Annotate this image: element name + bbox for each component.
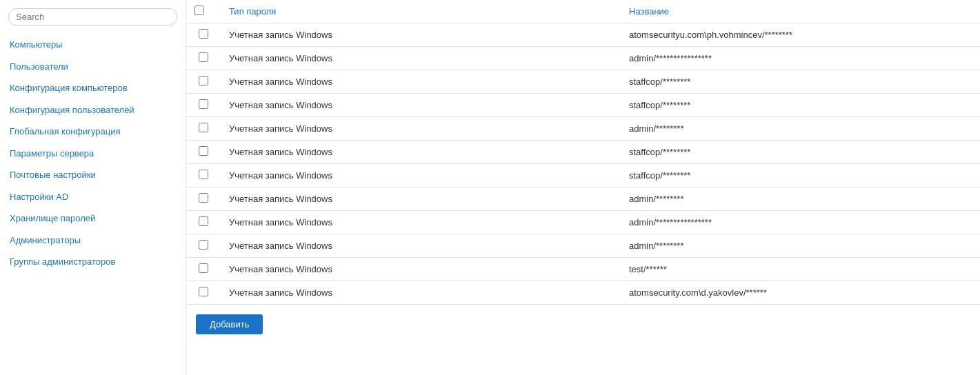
header-name: Название (621, 0, 980, 23)
table-row: Учетная запись Windowsstaffcop/******** (186, 164, 980, 188)
row-checkbox-9[interactable] (199, 240, 208, 250)
search-box (8, 8, 177, 26)
row-checkbox-cell (186, 70, 221, 94)
sidebar-item-server-params[interactable]: Параметры сервера (0, 143, 186, 165)
row-checkbox-10[interactable] (199, 263, 208, 273)
row-checkbox-cell (186, 211, 221, 234)
row-checkbox-6[interactable] (199, 170, 208, 179)
row-type: Учетная запись Windows (221, 188, 621, 211)
row-checkbox-cell (186, 281, 221, 305)
row-checkbox-cell (186, 117, 221, 141)
row-checkbox-cell (186, 188, 221, 211)
row-name: admin/******** (621, 188, 980, 211)
sidebar-item-ad-settings[interactable]: Настройки AD (0, 186, 186, 208)
row-checkbox-cell (186, 141, 221, 164)
row-checkbox-8[interactable] (199, 216, 208, 226)
header-type: Тип пароля (221, 0, 621, 23)
table-row: Учетная запись Windowstest/****** (186, 258, 980, 281)
sidebar-item-admins[interactable]: Администраторы (0, 230, 186, 252)
row-type: Учетная запись Windows (221, 281, 621, 305)
table-row: Учетная запись Windowsadmin/******** (186, 234, 980, 258)
row-name: admin/******** (621, 117, 980, 141)
sidebar-item-computer-config[interactable]: Конфигурация компьютеров (0, 77, 186, 99)
row-checkbox-cell (186, 258, 221, 281)
row-name: admin/******** (621, 234, 980, 258)
sidebar: КомпьютерыПользователиКонфигурация компь… (0, 0, 186, 375)
row-checkbox-cell (186, 94, 221, 117)
table-row: Учетная запись Windowsadmin/******** (186, 188, 980, 211)
header-checkbox-col (186, 0, 221, 23)
row-checkbox-4[interactable] (199, 123, 208, 132)
row-name: atomsecurity.com\d.yakovlev/****** (621, 281, 980, 305)
row-name: staffcop/******** (621, 141, 980, 164)
row-checkbox-cell (186, 47, 221, 70)
sidebar-item-password-vault[interactable]: Хранилище паролей (0, 207, 186, 230)
sidebar-item-admin-groups[interactable]: Группы администраторов (0, 251, 186, 273)
row-type: Учетная запись Windows (221, 211, 621, 234)
sidebar-item-computers[interactable]: Компьютеры (0, 34, 186, 56)
row-type: Учетная запись Windows (221, 94, 621, 117)
row-type: Учетная запись Windows (221, 23, 621, 47)
row-name: admin/**************** (621, 47, 980, 70)
table-row: Учетная запись Windowsadmin/******** (186, 117, 980, 141)
main-content: Тип пароля Название Учетная запись Windo… (186, 0, 980, 375)
search-input[interactable] (8, 8, 177, 26)
row-checkbox-3[interactable] (199, 99, 208, 109)
sidebar-item-global-config[interactable]: Глобальная конфигурация (0, 121, 186, 143)
add-button[interactable]: Добавить (196, 314, 263, 334)
table-row: Учетная запись Windowsstaffcop/******** (186, 141, 980, 164)
row-checkbox-cell (186, 23, 221, 47)
row-checkbox-cell (186, 234, 221, 258)
row-type: Учетная запись Windows (221, 117, 621, 141)
row-checkbox-2[interactable] (199, 76, 208, 85)
row-name: atomsecurityu.com\ph.vohmincev/******** (621, 23, 980, 47)
table-row: Учетная запись Windowsstaffcop/******** (186, 94, 980, 117)
select-all-checkbox[interactable] (194, 6, 204, 15)
row-name: admin/**************** (621, 211, 980, 234)
row-name: staffcop/******** (621, 70, 980, 94)
row-type: Учетная запись Windows (221, 234, 621, 258)
password-table: Тип пароля Название Учетная запись Windo… (186, 0, 980, 305)
row-checkbox-7[interactable] (199, 193, 208, 203)
sidebar-item-user-config[interactable]: Конфигурация пользователей (0, 99, 186, 121)
row-type: Учетная запись Windows (221, 47, 621, 70)
row-name: staffcop/******** (621, 94, 980, 117)
row-checkbox-11[interactable] (199, 287, 208, 296)
sidebar-item-users[interactable]: Пользователи (0, 56, 186, 78)
row-type: Учетная запись Windows (221, 164, 621, 188)
row-name: staffcop/******** (621, 164, 980, 188)
sidebar-item-mail-settings[interactable]: Почтовые настройки (0, 164, 186, 186)
table-row: Учетная запись Windowsadmin/************… (186, 211, 980, 234)
table-row: Учетная запись Windowsadmin/************… (186, 47, 980, 70)
row-checkbox-5[interactable] (199, 146, 208, 156)
row-name: test/****** (621, 258, 980, 281)
table-row: Учетная запись Windowsatomsecurityu.com\… (186, 23, 980, 47)
row-type: Учетная запись Windows (221, 141, 621, 164)
table-row: Учетная запись Windowsatomsecurity.com\d… (186, 281, 980, 305)
bottom-bar: Добавить (186, 305, 980, 344)
table-row: Учетная запись Windowsstaffcop/******** (186, 70, 980, 94)
row-checkbox-0[interactable] (199, 29, 208, 39)
row-type: Учетная запись Windows (221, 70, 621, 94)
row-checkbox-1[interactable] (199, 52, 208, 62)
row-checkbox-cell (186, 164, 221, 188)
row-type: Учетная запись Windows (221, 258, 621, 281)
